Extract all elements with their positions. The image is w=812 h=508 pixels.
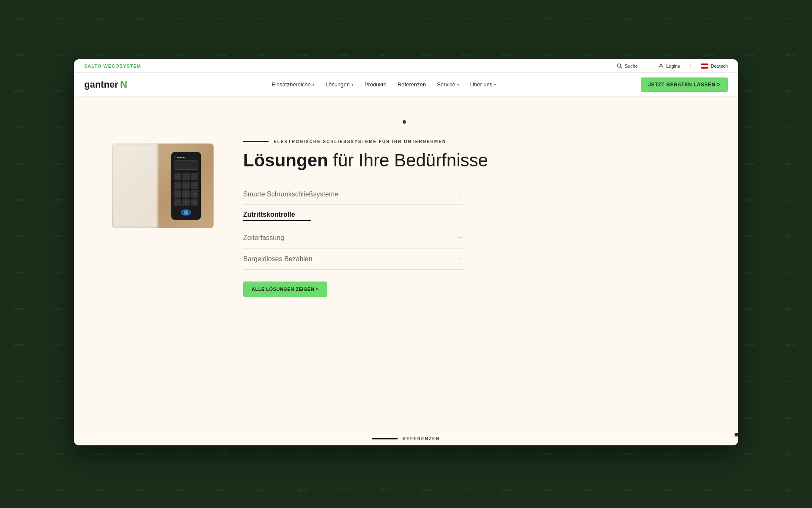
key-9: 9 [191, 190, 198, 197]
watermark-item: gantner [690, 472, 731, 508]
svg-text:gantner: gantner [420, 489, 431, 492]
login-icon [658, 64, 664, 69]
key-hash: # [191, 199, 198, 206]
watermark-item: gantner [0, 472, 41, 508]
nav-produkte[interactable]: Produkte [360, 79, 391, 90]
nav-label: Service [437, 81, 455, 88]
svg-text:gantner: gantner [177, 53, 187, 56]
svg-text:gantner: gantner [502, 452, 512, 456]
svg-text:gantner: gantner [136, 452, 146, 456]
solutions-list: Smarte Schrankschließsysteme → Zutrittsk… [243, 184, 463, 270]
watermark-item: gantner [771, 436, 812, 472]
divider-2 [690, 63, 691, 69]
chevron-down-icon: ▾ [494, 83, 496, 87]
watermark-item: gantner [771, 109, 812, 145]
watermark-item: gantner [41, 472, 81, 508]
eyebrow-text: ELEKTRONISCHE SCHLIESSSYSTEME FÜR IHR UN… [274, 139, 446, 144]
search-icon [617, 64, 622, 69]
all-solutions-button[interactable]: ALLE LÖSUNGEN ZEIGEN > [243, 282, 327, 297]
svg-text:gantner: gantner [745, 162, 755, 166]
nav-loesungen[interactable]: Lösungen ▾ [321, 79, 358, 90]
hero-title: Lösungen für Ihre Bedürfnisse [243, 151, 704, 170]
svg-text:gantner: gantner [14, 235, 25, 238]
svg-text:gantner: gantner [55, 198, 65, 202]
svg-text:gantner: gantner [745, 307, 755, 310]
consult-cta-button[interactable]: JETZT BERATEN LASSEN > [641, 77, 728, 92]
svg-text:gantner: gantner [623, 53, 634, 56]
watermark-item: gantner [568, 0, 609, 36]
svg-text:gantner: gantner [420, 53, 431, 56]
nav-label: Produkte [365, 81, 387, 88]
hero-eyebrow: ELEKTRONISCHE SCHLIESSSYSTEME FÜR IHR UN… [243, 139, 704, 144]
svg-point-280 [617, 64, 621, 67]
salto-text: SALTO [84, 64, 103, 69]
watermark-item: gantner [528, 0, 568, 36]
watermark-item: gantner [609, 472, 650, 508]
svg-text:gantner: gantner [258, 489, 268, 492]
watermark-item: gantner [447, 472, 487, 508]
svg-text:gantner: gantner [745, 53, 755, 56]
watermark-item: gantner [122, 0, 162, 36]
salto-bar: SALTO WECOSYSTEM Suche Logins [74, 59, 738, 73]
search-button[interactable]: Suche [617, 64, 638, 69]
logins-label: Logins [666, 64, 680, 69]
svg-text:gantner: gantner [542, 17, 552, 20]
watermark-item: gantner [690, 0, 731, 36]
svg-text:gantner: gantner [177, 17, 187, 20]
device-brand-label: Gantner [175, 156, 186, 159]
solution-item-2[interactable]: Zutrittskontrolle → [243, 205, 463, 227]
svg-text:gantner: gantner [55, 489, 65, 492]
arrow-icon: → [455, 254, 463, 263]
watermark-item: gantner [162, 472, 203, 508]
eyebrow-line [243, 141, 269, 142]
watermark-item: gantner [325, 0, 365, 36]
svg-text:gantner: gantner [14, 307, 25, 310]
key-8: 8 [182, 190, 189, 197]
svg-text:gantner: gantner [542, 452, 552, 456]
svg-text:gantner: gantner [14, 380, 25, 383]
search-label: Suche [625, 64, 638, 69]
svg-text:gantner: gantner [705, 17, 715, 20]
svg-text:gantner: gantner [380, 17, 390, 20]
solution-item-left: Bargeldloses Bezahlen [243, 255, 313, 263]
nav-links: Einsatzbereiche ▾ Lösungen ▾ Produkte Re… [267, 79, 500, 90]
nav-service[interactable]: Service ▾ [433, 79, 463, 90]
logins-button[interactable]: Logins [658, 64, 680, 69]
svg-text:gantner: gantner [380, 53, 390, 56]
hero-image: Gantner 1 2 3 4 5 6 7 8 9 * [112, 144, 214, 228]
solution-item-1[interactable]: Smarte Schrankschließsysteme → [243, 184, 463, 205]
watermark-item: gantner [650, 0, 690, 36]
flag-icon [701, 64, 708, 69]
brand-accent: N [120, 79, 127, 91]
access-device: Gantner 1 2 3 4 5 6 7 8 9 * [171, 152, 201, 220]
svg-text:gantner: gantner [664, 17, 674, 20]
svg-text:gantner: gantner [339, 53, 349, 56]
solution-item-left: Smarte Schrankschließsysteme [243, 190, 338, 198]
svg-text:gantner: gantner [786, 162, 796, 166]
watermark-item: gantner [406, 472, 447, 508]
chevron-down-icon: ▾ [457, 83, 459, 87]
chevron-down-icon: ▾ [313, 83, 315, 87]
brand-logo[interactable]: gantner N [84, 79, 127, 91]
nav-einsatzbereiche[interactable]: Einsatzbereiche ▾ [267, 79, 319, 90]
nav-ueber-uns[interactable]: Über uns ▾ [466, 79, 501, 90]
svg-text:gantner: gantner [55, 307, 65, 310]
arrow-icon: → [455, 233, 463, 242]
watermark-item: gantner [365, 0, 406, 36]
solution-item-4[interactable]: Bargeldloses Bezahlen → [243, 248, 463, 270]
svg-text:gantner: gantner [664, 489, 674, 492]
hero-content: ELEKTRONISCHE SCHLIESSSYSTEME FÜR IHR UN… [243, 139, 704, 297]
nav-label: Referenzen [398, 81, 426, 88]
solution-item-3[interactable]: Zeiterfassung → [243, 227, 463, 248]
hero-image-container: Gantner 1 2 3 4 5 6 7 8 9 * [108, 144, 218, 228]
watermark-item: gantner [771, 36, 812, 73]
svg-text:gantner: gantner [786, 53, 796, 56]
solution-item-left: Zeiterfassung [243, 234, 284, 242]
nav-referenzen[interactable]: Referenzen [393, 79, 430, 90]
svg-text:gantner: gantner [786, 126, 796, 129]
svg-text:gantner: gantner [623, 17, 634, 20]
language-selector[interactable]: Deutsch [701, 64, 728, 69]
bottom-eyebrow-text: REFERENZEN [403, 436, 440, 441]
svg-text:gantner: gantner [55, 53, 65, 56]
svg-text:gantner: gantner [96, 17, 106, 20]
